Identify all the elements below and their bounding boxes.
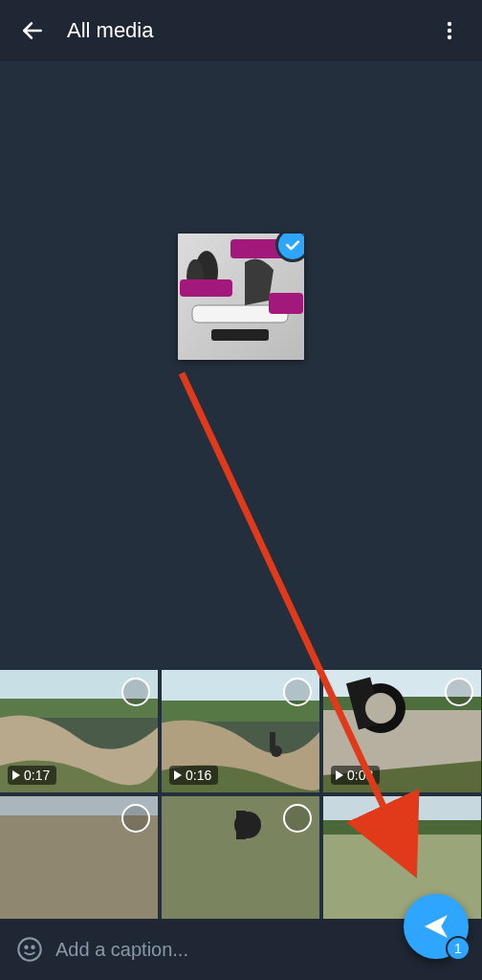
back-button[interactable]	[11, 10, 54, 52]
svg-point-2	[448, 29, 451, 33]
svg-rect-9	[211, 329, 269, 341]
gallery-thumbnail[interactable]: 0:16	[162, 670, 319, 792]
duration-text: 0:17	[24, 768, 50, 783]
video-thumb-image	[323, 796, 481, 919]
svg-rect-32	[323, 820, 481, 835]
smile-icon	[16, 936, 43, 963]
duration-chip: 0:17	[8, 766, 56, 785]
svg-point-33	[18, 938, 40, 960]
svg-rect-18	[270, 732, 275, 751]
svg-point-35	[32, 947, 33, 948]
gallery-row: 0:17 0:16	[0, 670, 482, 792]
svg-rect-12	[269, 293, 303, 314]
svg-point-24	[365, 693, 396, 724]
selection-circle[interactable]	[283, 804, 312, 833]
duration-text: 0:16	[186, 768, 211, 783]
selection-circle[interactable]	[445, 678, 473, 706]
gallery-thumbnail[interactable]: 0:08	[323, 670, 481, 792]
more-button[interactable]	[428, 10, 471, 52]
check-icon	[283, 235, 302, 255]
selection-circle[interactable]	[283, 678, 312, 706]
play-icon	[336, 770, 343, 780]
svg-rect-11	[180, 279, 232, 297]
play-icon	[12, 770, 20, 780]
back-arrow-icon	[20, 18, 45, 43]
emoji-button[interactable]	[13, 933, 46, 966]
selection-circle[interactable]	[121, 804, 150, 833]
page-title: All media	[67, 18, 428, 43]
send-button[interactable]: 1	[404, 894, 469, 959]
svg-point-1	[448, 22, 451, 26]
svg-rect-29	[236, 811, 246, 839]
send-icon	[421, 911, 451, 942]
svg-point-34	[25, 947, 27, 948]
duration-text: 0:08	[347, 768, 373, 783]
play-icon	[174, 770, 182, 780]
gallery-row	[0, 796, 482, 919]
send-count-badge: 1	[446, 936, 471, 961]
selection-circle[interactable]	[121, 678, 150, 706]
duration-chip: 0:08	[331, 766, 380, 785]
preview-area	[0, 61, 482, 670]
top-bar: All media	[0, 0, 482, 61]
media-gallery[interactable]: 0:17 0:16	[0, 670, 482, 919]
more-vertical-icon	[438, 19, 461, 42]
gallery-thumbnail[interactable]: 0:17	[0, 670, 158, 792]
svg-point-3	[448, 35, 451, 39]
selected-media-thumbnail[interactable]	[178, 234, 304, 360]
gallery-thumbnail[interactable]	[162, 796, 319, 919]
gallery-thumbnail[interactable]	[0, 796, 158, 919]
duration-chip: 0:16	[169, 766, 218, 785]
gallery-thumbnail[interactable]	[323, 796, 481, 919]
